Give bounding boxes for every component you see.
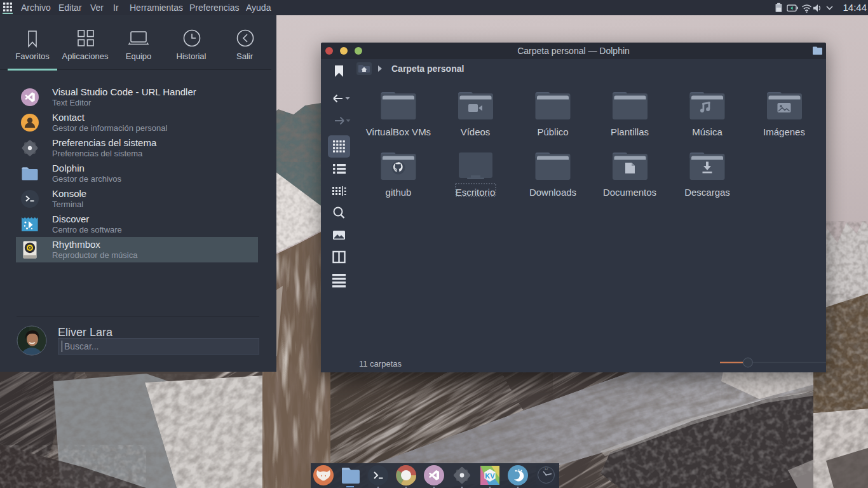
svg-text:12: 12 xyxy=(545,467,548,471)
svg-text:KV: KV xyxy=(485,472,495,480)
